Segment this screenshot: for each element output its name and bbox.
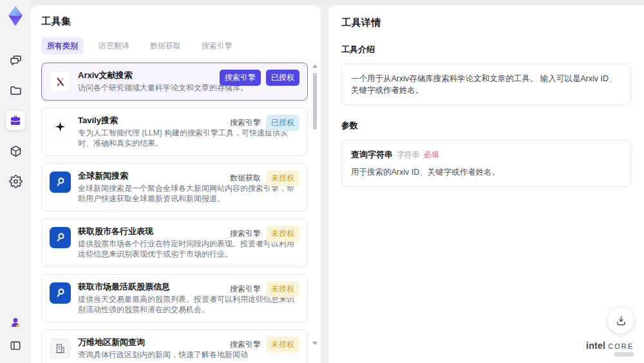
scroll-up-arrow-icon[interactable] [312,64,317,68]
tool-auth-badge: 未授权 [266,337,299,353]
intel-ultra-mark [614,352,634,357]
left-sidebar [0,0,31,363]
intel-wordmark: intel [586,340,605,351]
scroll-down-arrow-icon[interactable] [312,342,317,345]
settings-icon[interactable] [6,172,25,191]
sidebar-item-tools[interactable] [6,111,25,130]
user-avatar-icon[interactable] [6,313,25,332]
app-logo [6,5,25,27]
param-description: 用于搜索的Arxiv ID、关键字或作者姓名。 [351,166,621,178]
tool-list-item[interactable]: 全球新闻搜索 全球新闻搜索是一个聚合全球各大新闻网站内容的搜索引擎，帮助用户快速… [41,163,308,211]
tool-list-item[interactable]: Arxiv文献搜索 访问各个研究领域大量科学论文和文章的存储库。 搜索引擎 已授… [41,63,308,101]
tool-list-item[interactable]: Tavily搜索 专为人工智能代理 (LLM) 构建的搜索引擎工具，可快速提供实… [41,108,308,156]
category-tabs: 所有类别 语言翻译 数据获取 搜索引擎 [41,37,310,61]
search-app-logo [50,227,71,248]
param-header: 查询字符串字符串必填 [351,149,621,161]
search-app-logo [50,172,71,193]
chat-icon[interactable] [6,50,25,70]
core-wordmark: core [608,342,634,350]
tool-detail-panel: 工具详情 工具介绍 一个用于从Arxiv存储库搜索科学论文和文章的工具。 输入可… [328,5,644,363]
tool-auth-badge: 已授权 [266,70,299,86]
param-box: 查询字符串字符串必填 用于搜索的Arxiv ID、关键字或作者姓名。 [341,140,631,187]
package-icon[interactable] [6,141,25,161]
download-icon [615,315,627,327]
folder-icon[interactable] [6,81,25,100]
tool-list: Arxiv文献搜索 访问各个研究领域大量科学论文和文章的存储库。 搜索引擎 已授… [41,63,308,363]
tool-auth-badge: 未授权 [266,170,299,186]
intro-box: 一个用于从Arxiv存储库搜索科学论文和文章的工具。 输入可以是Arxiv ID… [341,64,631,105]
param-type: 字符串 [397,150,420,159]
panel-toggle-icon[interactable] [6,336,25,355]
intel-core-logo: intelcore [586,340,634,357]
tool-auth-badge: 未授权 [266,281,299,297]
tool-auth-badge: 已授权 [266,115,299,131]
download-button[interactable] [608,308,634,333]
tool-list-item[interactable]: 万维地区新闻查询 查询具体行政区划内的新闻，快速了解各地新闻动 搜索引擎 未授权 [41,329,308,363]
toolbox-icon [9,114,22,127]
param-required-flag: 必填 [424,150,439,159]
search-app-logo [50,282,71,304]
tab-2[interactable]: 数据获取 [144,37,187,55]
tool-list-panel: 工具集 所有类别 语言翻译 数据获取 搜索引擎 Arxiv文献搜索 访问各个研究… [31,5,321,363]
tool-category-badge: 搜索引擎 [230,115,261,131]
sidebar-nav [6,50,25,191]
params-heading: 参数 [341,120,631,132]
tab-0[interactable]: 所有类别 [41,37,84,55]
tool-category-badge: 搜索引擎 [230,281,261,297]
arxiv-logo [50,71,71,92]
param-name: 查询字符串 [351,150,393,159]
intro-heading: 工具介绍 [341,44,631,55]
scrollbar-thumb[interactable] [313,73,317,130]
page-title: 工具集 [41,15,310,28]
tab-3[interactable]: 搜索引擎 [196,37,238,55]
tool-list-item[interactable]: 获取股市各行业表现 提供股票市场各个行业在特定时间段内的表现。投资者可以利用这些… [41,219,308,267]
tavily-logo [50,116,71,137]
detail-title: 工具详情 [341,17,631,29]
news-building-logo [50,338,71,359]
tool-category-badge: 数据获取 [230,170,261,186]
list-scrollbar[interactable] [312,64,317,345]
tool-category-badge: 搜索引擎 [230,226,261,242]
tool-list-item[interactable]: 获取市场最活跃股票信息 提供当天交易量最高的股票列表。投资者可以利用这些信息来识… [41,274,308,322]
tool-category-badge: 搜索引擎 [220,70,261,86]
tool-auth-badge: 未授权 [266,226,299,242]
tool-category-badge: 搜索引擎 [230,337,261,353]
tab-1[interactable]: 语言翻译 [93,37,135,55]
